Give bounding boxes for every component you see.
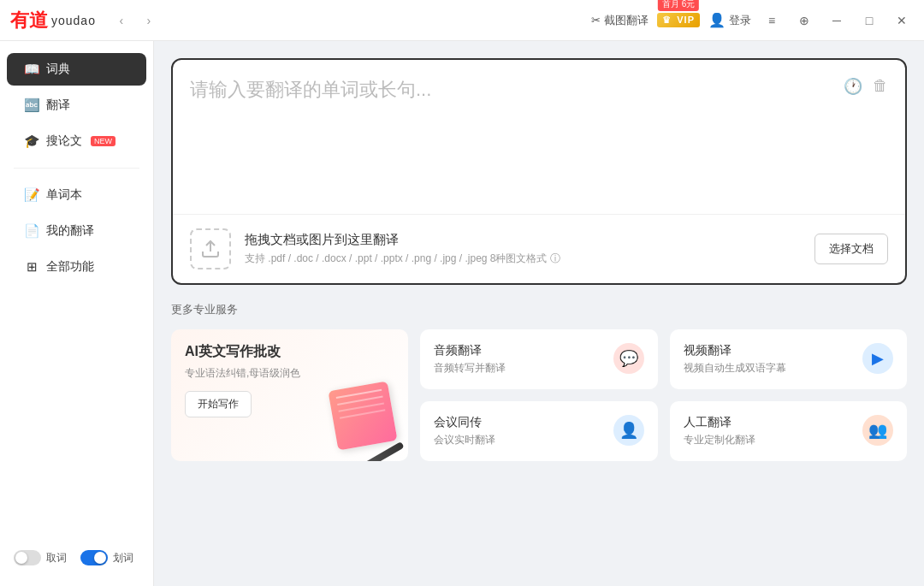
title-bar: 有道 youdao ‹ › ✂ 截图翻译 首月 6元 ♛ VIP 👤 登录 ≡ … xyxy=(0,0,924,41)
huaci-label: 划词 xyxy=(113,551,133,565)
human-icon: 👥 xyxy=(862,415,893,446)
service-mini-audio: 音频翻译 音频转写并翻译 💬 xyxy=(434,343,643,376)
translate-icon: 🔤 xyxy=(24,98,39,113)
sidebar-divider xyxy=(14,168,139,169)
human-content: 人工翻译 专业定制化翻译 xyxy=(684,415,856,447)
vip-badge[interactable]: 首月 6元 ♛ VIP xyxy=(657,13,700,27)
services-label: 更多专业服务 xyxy=(171,302,907,317)
logo-you: 有道 xyxy=(10,8,48,33)
writing-illustration xyxy=(305,384,408,461)
search-actions: 🕐 🗑 xyxy=(844,77,888,96)
video-content: 视频翻译 视频自动生成双语字幕 xyxy=(684,343,856,376)
ai-card-desc: 专业语法纠错,母语级润色 xyxy=(185,366,394,381)
drag-text: 拖拽文档或图片到这里翻译 支持 .pdf / .doc / .docx / .p… xyxy=(245,232,801,266)
ai-card-title: AI英文写作批改 xyxy=(185,343,394,361)
sidebar-item-allfunctions[interactable]: ⊞ 全部功能 xyxy=(7,251,146,283)
video-desc: 视频自动生成双语字幕 xyxy=(684,361,856,376)
human-title: 人工翻译 xyxy=(684,415,856,430)
clear-icon[interactable]: 🗑 xyxy=(873,77,888,96)
search-box: 请输入要翻译的单词或长句... 🕐 🗑 拖拽文档或图片到这里翻译 支持 .p xyxy=(171,58,907,285)
sidebar-item-wordbook[interactable]: 📝 单词本 xyxy=(7,179,146,211)
wordbook-icon: 📝 xyxy=(24,187,39,203)
service-card-human[interactable]: 人工翻译 专业定制化翻译 👥 xyxy=(670,401,907,461)
history-icon[interactable]: 🕐 xyxy=(844,77,862,96)
menu-button[interactable]: ≡ xyxy=(760,9,784,33)
drag-title: 拖拽文档或图片到这里翻译 xyxy=(245,232,801,248)
service-card-video[interactable]: 视频翻译 视频自动生成双语字幕 ▶ xyxy=(670,329,907,389)
toggle-knob-qici xyxy=(15,552,27,564)
screenshot-button[interactable]: ✂ 截图翻译 xyxy=(591,13,649,28)
pin-button[interactable]: ⊕ xyxy=(792,9,816,33)
new-badge: NEW xyxy=(91,136,116,146)
select-file-button[interactable]: 选择文档 xyxy=(814,234,888,264)
audio-content: 音频翻译 音频转写并翻译 xyxy=(434,343,606,376)
service-mini-meeting: 会议同传 会议实时翻译 👤 xyxy=(434,415,643,447)
close-button[interactable]: ✕ xyxy=(890,9,914,33)
sidebar-label-cidian: 词典 xyxy=(46,62,70,77)
paper-icon: 🎓 xyxy=(24,133,39,149)
huaci-toggle[interactable] xyxy=(80,550,108,565)
qici-toggle[interactable] xyxy=(14,550,41,565)
sidebar-bottom: 取词 划词 xyxy=(0,540,153,576)
screenshot-label: 截图翻译 xyxy=(604,13,649,28)
meeting-title: 会议同传 xyxy=(434,415,606,430)
audio-icon: 💬 xyxy=(613,343,644,374)
allfunctions-icon: ⊞ xyxy=(24,259,39,275)
content-area: 请输入要翻译的单词或长句... 🕐 🗑 拖拽文档或图片到这里翻译 支持 .p xyxy=(154,41,924,586)
sidebar-item-mytranslation[interactable]: 📄 我的翻译 xyxy=(7,215,146,247)
vip-promo: 首月 6元 xyxy=(658,0,699,11)
scissor-icon: ✂ xyxy=(591,14,601,27)
video-icon: ▶ xyxy=(862,343,893,374)
forward-button[interactable]: › xyxy=(137,9,161,33)
sidebar-item-cidian[interactable]: 📖 词典 xyxy=(7,53,146,86)
human-desc: 专业定制化翻译 xyxy=(684,433,856,447)
search-input-area: 请输入要翻译的单词或长句... 🕐 🗑 xyxy=(173,60,905,214)
meeting-content: 会议同传 会议实时翻译 xyxy=(434,415,606,447)
back-button[interactable]: ‹ xyxy=(110,9,133,33)
sidebar: 📖 词典 🔤 翻译 🎓 搜论文 NEW 📝 单词本 📄 我的翻译 ⊞ 全部功能 xyxy=(0,41,154,586)
mytranslation-icon: 📄 xyxy=(24,223,39,239)
service-mini-human: 人工翻译 专业定制化翻译 👥 xyxy=(684,415,893,447)
service-card-meeting[interactable]: 会议同传 会议实时翻译 👤 xyxy=(420,401,657,461)
sidebar-label-allfunctions: 全部功能 xyxy=(46,259,94,275)
service-card-ai-writing[interactable]: AI英文写作批改 专业语法纠错,母语级润色 开始写作 xyxy=(171,329,408,461)
mini-services-grid: 音频翻译 音频转写并翻译 💬 视频翻译 视频自动生成双语字幕 ▶ xyxy=(420,329,907,461)
toggle-qici: 取词 xyxy=(14,550,67,565)
toggle-knob-huaci xyxy=(94,552,106,564)
service-mini-video: 视频翻译 视频自动生成双语字幕 ▶ xyxy=(684,343,893,376)
nav-arrows: ‹ › xyxy=(110,9,161,33)
sidebar-label-fanyi: 翻译 xyxy=(46,98,70,113)
ai-start-button[interactable]: 开始写作 xyxy=(185,391,252,417)
video-title: 视频翻译 xyxy=(684,343,856,358)
toggle-huaci: 划词 xyxy=(80,550,133,565)
sidebar-item-paper[interactable]: 🎓 搜论文 NEW xyxy=(7,125,146,157)
sidebar-label-wordbook: 单词本 xyxy=(46,187,82,203)
meeting-icon: 👤 xyxy=(613,415,644,446)
logo: 有道 youdao xyxy=(10,8,96,33)
services-grid: AI英文写作批改 专业语法纠错,母语级润色 开始写作 音频翻译 xyxy=(171,329,907,461)
upload-icon xyxy=(190,228,231,269)
service-card-audio[interactable]: 音频翻译 音频转写并翻译 💬 xyxy=(420,329,657,389)
vip-label: ♛ VIP xyxy=(657,13,700,27)
drag-area: 拖拽文档或图片到这里翻译 支持 .pdf / .doc / .docx / .p… xyxy=(173,214,905,283)
login-button[interactable]: 👤 登录 xyxy=(708,12,751,28)
vip-crown-icon: ♛ xyxy=(662,15,672,25)
user-icon: 👤 xyxy=(708,12,726,28)
sidebar-item-fanyi[interactable]: 🔤 翻译 xyxy=(7,89,146,121)
notebook-icon xyxy=(329,381,398,450)
minimize-button[interactable]: ─ xyxy=(825,9,849,33)
search-placeholder[interactable]: 请输入要翻译的单词或长句... xyxy=(190,77,835,103)
sidebar-label-paper: 搜论文 xyxy=(46,133,82,149)
login-label: 登录 xyxy=(729,13,751,28)
maximize-button[interactable]: □ xyxy=(857,9,881,33)
book-icon: 📖 xyxy=(24,62,39,77)
sidebar-label-mytranslation: 我的翻译 xyxy=(46,223,94,239)
main-layout: 📖 词典 🔤 翻译 🎓 搜论文 NEW 📝 单词本 📄 我的翻译 ⊞ 全部功能 xyxy=(0,41,924,586)
audio-title: 音频翻译 xyxy=(434,343,606,358)
drag-subtitle: 支持 .pdf / .doc / .docx / .ppt / .pptx / … xyxy=(245,252,801,266)
logo-dao: youdao xyxy=(51,14,96,27)
audio-desc: 音频转写并翻译 xyxy=(434,361,606,376)
qici-label: 取词 xyxy=(46,551,67,565)
title-bar-right: ✂ 截图翻译 首月 6元 ♛ VIP 👤 登录 ≡ ⊕ ─ □ ✕ xyxy=(591,9,914,33)
meeting-desc: 会议实时翻译 xyxy=(434,433,606,447)
